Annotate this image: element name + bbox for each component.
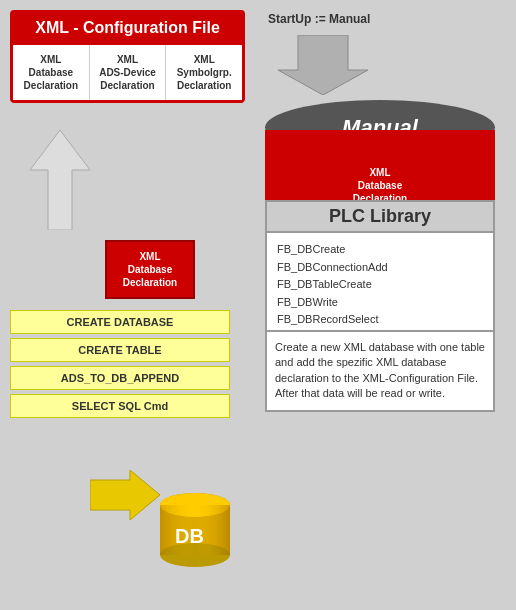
cmd-section: CREATE DATABASE CREATE TABLE ADS_TO_DB_A…: [10, 310, 230, 422]
xml-col-symbol-text: XMLSymbolgrp.Declaration: [177, 54, 232, 91]
svg-marker-0: [278, 35, 368, 95]
svg-marker-1: [30, 130, 90, 230]
plc-item-4: FB_DBWrite: [277, 294, 483, 312]
cmd-ads-to-db: ADS_TO_DB_APPEND: [10, 366, 230, 390]
yellow-arrow: [90, 470, 160, 520]
plc-library-box: PLC Library FB_DBCreate FB_DBConnectionA…: [265, 200, 495, 339]
white-arrow-up: [30, 130, 90, 230]
plc-library-items: FB_DBCreate FB_DBConnectionAdd FB_DBTabl…: [267, 233, 493, 337]
svg-marker-2: [90, 470, 160, 520]
red-bottom-box: XMLDatabaseDeclaration: [265, 130, 495, 211]
plc-item-3: FB_DBTableCreate: [277, 276, 483, 294]
xml-config-box: XML - Configuration File XMLDatabaseDecl…: [10, 10, 245, 103]
db-label: DB: [175, 525, 204, 548]
xml-config-title: XML - Configuration File: [13, 13, 242, 43]
plc-library-header: PLC Library: [267, 202, 493, 233]
xml-col-symbol: XMLSymbolgrp.Declaration: [166, 45, 242, 100]
cmd-create-database: CREATE DATABASE: [10, 310, 230, 334]
cmd-select-sql: SELECT SQL Cmd: [10, 394, 230, 418]
main-container: XML - Configuration File XMLDatabaseDecl…: [0, 0, 516, 610]
plc-item-1: FB_DBCreate: [277, 241, 483, 259]
xml-col-ads-text: XMLADS-DeviceDeclaration: [99, 54, 156, 91]
startup-label: StartUp := Manual: [268, 12, 370, 26]
xml-db-box-left: XMLDatabaseDeclaration: [105, 240, 195, 299]
big-arrow-down: [278, 35, 368, 95]
cmd-create-table: CREATE TABLE: [10, 338, 230, 362]
xml-col-database: XMLDatabaseDeclaration: [13, 45, 90, 100]
xml-col-ads: XMLADS-DeviceDeclaration: [90, 45, 167, 100]
xml-col-database-text: XMLDatabaseDeclaration: [24, 54, 78, 91]
plc-item-5: FB_DBRecordSelect: [277, 311, 483, 329]
xml-config-columns: XMLDatabaseDeclaration XMLADS-DeviceDecl…: [13, 43, 242, 100]
description-box: Create a new XML database with one table…: [265, 330, 495, 412]
plc-item-2: FB_DBConnectionAdd: [277, 259, 483, 277]
